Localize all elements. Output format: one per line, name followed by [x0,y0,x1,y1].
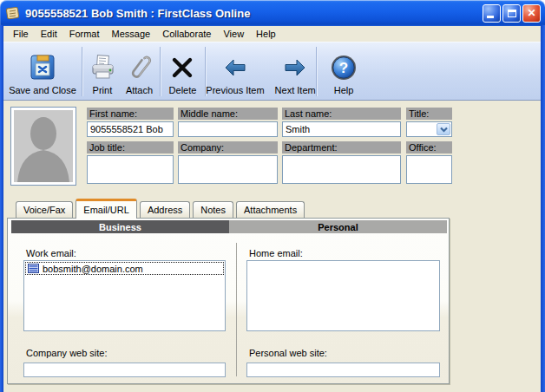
help-label: Help [334,85,354,96]
office-label: Office: [406,141,452,154]
section-header-bar: Business Personal [11,220,447,233]
field-middle-name: Middle name: [178,108,278,134]
job-title-input[interactable] [87,155,174,184]
field-office: Office: [406,141,452,185]
title-dropdown-button[interactable] [437,123,450,135]
field-job-title: Job title: [87,141,174,185]
chevron-down-icon [439,126,449,134]
tab-strip: Voice/Fax Email/URL Address Notes Attach… [3,198,541,218]
avatar-silhouette-icon [14,110,73,182]
menubar: File Edit Format Message Collaborate Vie… [3,26,541,42]
toolbar-group-nav: Previous Item Next Item [206,42,316,100]
column-divider [236,243,237,376]
first-name-input[interactable] [87,121,174,137]
field-title: Title: [406,108,452,134]
minimize-icon [487,16,494,18]
field-company: Company: [178,141,278,185]
menu-file[interactable]: File [7,27,35,41]
window-title: 9055558521 Bob Smith : FirstClass Online [25,7,481,20]
menu-message[interactable]: Message [106,27,157,41]
home-email-label: Home email: [249,248,303,258]
minimize-button[interactable] [483,4,501,23]
work-email-item[interactable]: bobsmith@domain.com [25,262,224,275]
delete-icon [170,50,194,85]
home-email-listbox[interactable] [246,260,440,331]
personal-web-label: Personal web site: [249,348,327,358]
menu-view[interactable]: View [217,27,250,41]
last-name-input[interactable] [282,121,401,137]
work-email-listbox[interactable]: bobsmith@domain.com [23,260,226,331]
field-last-name: Last name: [282,108,401,134]
company-input[interactable] [178,155,278,184]
middle-name-label: Middle name: [178,108,278,120]
print-icon [89,50,115,85]
menu-edit[interactable]: Edit [35,27,63,41]
menu-format[interactable]: Format [63,27,106,41]
email-address-icon [28,264,39,273]
close-button[interactable]: ✕ [522,4,541,23]
title-dropdown[interactable] [406,121,452,137]
field-first-name: First name: [87,108,174,134]
field-department: Department: [282,141,401,185]
next-item-button[interactable]: Next Item [270,47,321,100]
job-title-label: Job title: [87,141,174,154]
next-item-label: Next Item [275,85,316,96]
print-button[interactable]: Print [84,47,121,100]
save-and-close-label: Save and Close [9,85,76,96]
previous-item-label: Previous Item [206,85,264,96]
tab-notes[interactable]: Notes [193,201,233,218]
personal-web-input[interactable] [246,363,440,377]
next-item-icon [283,50,307,85]
attach-button[interactable]: Attach [121,47,158,100]
contact-photo[interactable] [10,107,76,186]
window-icon[interactable] [6,6,21,20]
middle-name-input[interactable] [178,121,278,137]
toolbar-group-save: Save and Close [3,42,82,100]
company-label: Company: [178,141,278,154]
company-web-label: Company web site: [26,348,108,358]
company-web-input[interactable] [23,363,226,377]
maximize-button[interactable] [502,4,521,23]
personal-section-header: Personal [229,220,447,233]
maximize-icon [508,10,516,17]
tab-voice-fax[interactable]: Voice/Fax [16,201,73,218]
business-section-header: Business [11,220,229,233]
toolbar: Save and Close Prin [3,42,541,101]
toolbar-group-help: ? Help [317,42,371,100]
work-email-value: bobsmith@domain.com [43,264,143,274]
tab-email-url[interactable]: Email/URL [76,199,137,219]
last-name-label: Last name: [282,108,401,120]
office-input[interactable] [406,155,452,184]
first-name-label: First name: [87,108,174,120]
department-label: Department: [282,141,401,154]
previous-item-icon [223,50,247,85]
tab-attachments[interactable]: Attachments [236,201,305,218]
previous-item-button[interactable]: Previous Item [200,47,269,100]
menu-help[interactable]: Help [250,27,282,41]
screen: 9055558521 Bob Smith : FirstClass Online… [0,0,545,392]
save-and-close-button[interactable]: Save and Close [3,47,82,100]
title-label: Title: [406,108,452,120]
svg-text:?: ? [339,60,348,76]
delete-label: Delete [169,85,197,96]
menu-collaborate[interactable]: Collaborate [156,27,217,41]
close-icon: ✕ [527,8,535,18]
department-input[interactable] [282,155,401,184]
window-border-right [541,25,545,392]
toolbar-group-delete: Delete [161,42,205,100]
titlebar[interactable]: 9055558521 Bob Smith : FirstClass Online… [0,0,545,26]
tab-address[interactable]: Address [140,201,190,218]
email-url-panel: Business Personal Work email: bobsmith@d… [7,218,450,384]
toolbar-group-print-attach: Print Attach [82,42,160,100]
help-button[interactable]: ? Help [325,47,363,100]
help-icon: ? [330,50,358,85]
print-label: Print [93,85,113,96]
delete-button[interactable]: Delete [164,47,202,100]
attach-label: Attach [126,85,153,96]
work-email-label: Work email: [26,248,76,258]
contact-header-form: First name: Middle name: Last name: Titl… [3,101,541,198]
attach-icon [127,50,153,85]
save-and-close-icon [29,50,56,85]
